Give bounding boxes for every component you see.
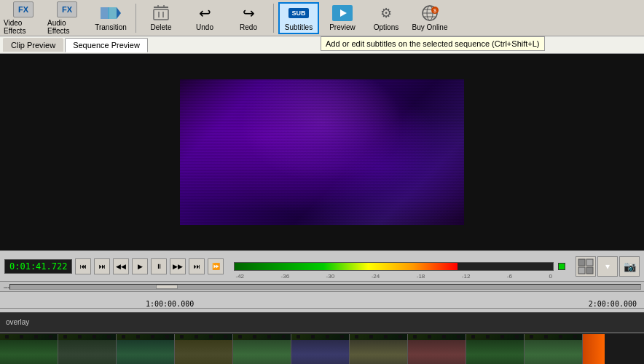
preview-label: Preview	[329, 23, 356, 31]
redo-label: Redo	[240, 23, 257, 31]
sep1	[136, 4, 136, 33]
transport-bar: 0:01:41.722 ⏮ ⏭ ◀◀ ▶ ⏸ ▶▶ ⏭ ⏩ -42 -36 -3…	[0, 250, 644, 281]
delete-button[interactable]: Delete	[141, 2, 181, 34]
subtitles-tooltip: Add or edit subtitles on the selected se…	[321, 36, 545, 51]
film-frame	[58, 334, 117, 364]
video-effects-icon: FX	[13, 1, 34, 17]
film-frame	[117, 334, 175, 364]
film-frame	[466, 334, 525, 364]
film-frame	[175, 334, 233, 364]
fast-forward-button[interactable]: ▶▶	[170, 258, 186, 274]
undo-label: Undo	[196, 23, 213, 31]
track-area: overlay	[0, 312, 644, 364]
audio-effects-icon: FX	[57, 1, 77, 17]
film-frame	[525, 334, 583, 364]
snapshot-button[interactable]: 📷	[619, 256, 640, 277]
view-buttons: ▾ 📷	[576, 256, 640, 277]
video-effects-label: Video Effects	[4, 19, 43, 35]
scroll-thumb[interactable]	[156, 285, 178, 289]
subtitles-button[interactable]: SUB Subtitles	[278, 2, 319, 34]
next-frame-button[interactable]: ⏭	[189, 258, 205, 274]
buy-online-icon: $	[420, 4, 440, 22]
delete-label: Delete	[151, 23, 172, 31]
audio-meter-container: -42 -36 -30 -24 -18 -12 -6 0	[227, 262, 573, 271]
timeline-ruler: 1:00:00.000 2:00:00.000	[0, 291, 644, 312]
film-frame	[0, 334, 58, 364]
svg-rect-20	[578, 267, 585, 274]
options-icon: ⚙	[376, 4, 396, 22]
view-mode-button[interactable]	[576, 256, 596, 277]
buy-online-button[interactable]: $ Buy Online	[409, 2, 450, 34]
options-button[interactable]: ⚙ Options	[366, 2, 407, 34]
view-dropdown-button[interactable]: ▾	[597, 256, 618, 277]
buy-online-label: Buy Online	[412, 23, 448, 31]
film-frame	[233, 334, 291, 364]
svg-rect-21	[586, 267, 593, 274]
timecode-display: 0:01:41.722	[4, 259, 72, 274]
film-frame	[350, 334, 408, 364]
toolbar: FX Video Effects FX Audio Effects Transi…	[0, 0, 644, 36]
subtitles-label: Subtitles	[285, 23, 313, 31]
filmstrip-end	[583, 334, 605, 364]
video-effects-button[interactable]: FX Video Effects	[3, 2, 44, 34]
svg-rect-3	[154, 9, 168, 20]
overlay-track-label: overlay	[0, 312, 644, 332]
rewind-button[interactable]: ◀◀	[113, 258, 129, 274]
video-preview	[180, 79, 464, 225]
sep2	[273, 4, 274, 33]
prev-frame-button[interactable]: ⏭	[94, 258, 110, 274]
scroll-track[interactable]	[9, 284, 641, 290]
audio-meter-fill	[235, 263, 458, 270]
timeline-time-end: 2:00:00.000	[589, 300, 637, 308]
film-frame	[291, 334, 350, 364]
svg-marker-2	[117, 7, 121, 19]
tab-sequence-preview[interactable]: Sequence Preview	[65, 38, 148, 52]
svg-rect-1	[108, 7, 117, 19]
preview-button[interactable]: Preview	[322, 2, 363, 34]
undo-button[interactable]: ↩ Undo	[184, 2, 225, 34]
preview-container	[0, 54, 644, 250]
preview-icon	[332, 4, 353, 22]
main-preview-area	[0, 54, 644, 250]
svg-text:$: $	[433, 8, 436, 13]
go-to-start-button[interactable]: ⏮	[75, 258, 91, 274]
play-button[interactable]: ▶	[132, 258, 148, 274]
scroll-area: ·····	[0, 281, 644, 291]
filmstrip	[0, 332, 644, 364]
audio-effects-label: Audio Effects	[47, 19, 87, 35]
svg-rect-18	[578, 259, 585, 266]
transition-label: Transition	[95, 23, 127, 31]
pause-button[interactable]: ⏸	[151, 258, 167, 274]
subtitles-icon: SUB	[288, 4, 309, 22]
timeline-time-start: 1:00:00.000	[146, 300, 194, 308]
audio-effects-button[interactable]: FX Audio Effects	[47, 2, 87, 34]
go-to-end-button[interactable]: ⏩	[208, 258, 224, 274]
audio-meter-labels: -42 -36 -30 -24 -18 -12 -6 0	[234, 273, 554, 280]
timeline-time-ruler: 1:00:00.000 2:00:00.000	[0, 292, 644, 312]
timeline-ruler-ticks	[0, 308, 644, 312]
audio-meter	[234, 262, 554, 271]
delete-icon	[151, 4, 171, 22]
tab-clip-preview[interactable]: Clip Preview	[3, 38, 63, 52]
redo-button[interactable]: ↪ Redo	[228, 2, 269, 34]
film-frame	[408, 334, 466, 364]
svg-rect-19	[586, 259, 593, 266]
options-label: Options	[374, 23, 398, 31]
redo-icon: ↪	[238, 4, 259, 22]
transition-icon	[101, 4, 121, 22]
audio-peak-indicator	[558, 263, 565, 270]
transition-button[interactable]: Transition	[90, 2, 131, 34]
undo-icon: ↩	[195, 4, 215, 22]
